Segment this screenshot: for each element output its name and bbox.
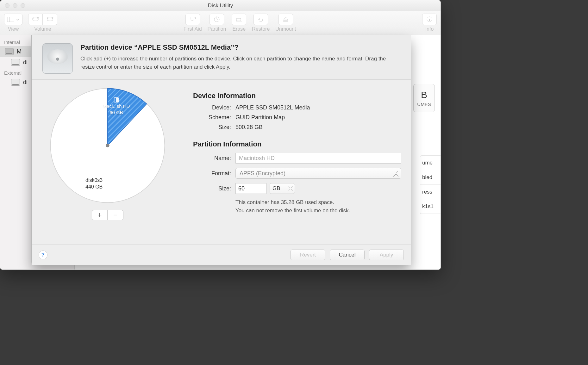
restore-icon bbox=[258, 16, 264, 22]
restore-button[interactable] bbox=[253, 14, 268, 25]
format-label: Format: bbox=[193, 170, 231, 177]
format-select[interactable]: APFS (Encrypted) bbox=[235, 168, 401, 179]
hard-drive-icon bbox=[42, 43, 73, 74]
partition-size-label: Size: bbox=[193, 185, 231, 192]
unmount-button[interactable] bbox=[278, 14, 293, 25]
svg-rect-8 bbox=[236, 18, 241, 21]
finder-icon bbox=[114, 97, 119, 102]
remove-partition-button[interactable]: − bbox=[108, 210, 123, 220]
toolbar-view-label: View bbox=[8, 26, 19, 32]
svg-point-13 bbox=[429, 18, 430, 18]
toolbar-volume-label: Volume bbox=[34, 26, 51, 32]
sheet-title: Partition device “APPLE SSD SM0512L Medi… bbox=[80, 43, 397, 52]
help-button[interactable]: ? bbox=[39, 251, 47, 259]
first-aid-label: First Aid bbox=[184, 26, 202, 32]
bg-row: k1s1 bbox=[420, 199, 441, 214]
size-label: Size: bbox=[193, 124, 231, 131]
device-label: Device: bbox=[193, 104, 231, 111]
svg-point-18 bbox=[106, 144, 109, 147]
size-value: 500.28 GB bbox=[235, 124, 263, 131]
size-unit-select[interactable]: GB bbox=[270, 183, 295, 194]
bg-row: ress bbox=[420, 185, 441, 199]
info-button[interactable] bbox=[422, 14, 437, 25]
bg-row: bled bbox=[420, 170, 441, 185]
sheet-footer: ? Revert Cancel Apply bbox=[32, 244, 411, 265]
name-label: Name: bbox=[193, 155, 231, 162]
volume-remove-icon: − bbox=[47, 16, 53, 22]
pie-rest-label: disk0s3 440 GB bbox=[85, 177, 103, 190]
svg-text:+: + bbox=[37, 16, 39, 19]
view-button[interactable] bbox=[4, 14, 22, 25]
toolbar-view-group: View bbox=[4, 14, 22, 32]
partition-name-input[interactable] bbox=[235, 153, 401, 164]
sidebar-item-label: di bbox=[23, 79, 28, 86]
info-icon bbox=[426, 16, 433, 22]
bg-tile-caption: UMES bbox=[417, 102, 431, 107]
partition-pie-chart[interactable]: Maci...sh HD 60 GB disk0s3 440 GB bbox=[47, 85, 168, 206]
first-aid-button[interactable] bbox=[185, 14, 200, 25]
device-value: APPLE SSD SM0512L Media bbox=[235, 104, 310, 111]
pie-slice-label: Maci...sh HD 60 GB bbox=[103, 97, 130, 115]
scheme-value: GUID Partition Map bbox=[235, 114, 285, 121]
apply-button[interactable]: Apply bbox=[369, 250, 404, 260]
bg-tile: B UMES bbox=[413, 84, 435, 112]
sidebar-item-label: di bbox=[23, 59, 28, 66]
used-space-note: This container has 35.28 GB used space. bbox=[235, 198, 401, 207]
stethoscope-icon bbox=[189, 16, 196, 22]
svg-rect-0 bbox=[7, 17, 14, 22]
svg-rect-11 bbox=[284, 21, 288, 22]
erase-label: Erase bbox=[232, 26, 246, 32]
bg-tile-letter: B bbox=[421, 90, 427, 100]
minus-icon: − bbox=[113, 211, 117, 219]
svg-point-6 bbox=[194, 17, 196, 19]
revert-button[interactable]: Revert bbox=[291, 250, 325, 260]
disk-icon bbox=[11, 59, 20, 66]
restore-label: Restore bbox=[252, 26, 270, 32]
window-title: Disk Utility bbox=[0, 3, 441, 9]
unmount-label: Unmount bbox=[275, 26, 296, 32]
titlebar: Disk Utility bbox=[0, 0, 441, 11]
sheet-header: Partition device “APPLE SSD SM0512L Medi… bbox=[32, 35, 411, 80]
help-icon: ? bbox=[41, 252, 45, 258]
volume-add-icon: + bbox=[32, 16, 39, 22]
svg-marker-10 bbox=[284, 17, 288, 20]
disk-icon bbox=[11, 79, 20, 86]
toolbar-volume-group: + − Volume bbox=[28, 14, 57, 32]
partition-info-heading: Partition Information bbox=[193, 140, 401, 148]
sheet-description: Click add (+) to increase the number of … bbox=[80, 55, 397, 71]
volume-add-button[interactable]: + bbox=[28, 14, 43, 25]
remove-restriction-note: You can not remove the first volume on t… bbox=[235, 207, 401, 215]
chevron-down-icon bbox=[16, 16, 19, 22]
sidebar-icon bbox=[7, 17, 14, 22]
scheme-label: Scheme: bbox=[193, 114, 231, 121]
eject-icon bbox=[283, 16, 289, 22]
disk-utility-window: Disk Utility View + − bbox=[0, 0, 441, 270]
svg-rect-20 bbox=[114, 98, 116, 102]
bg-row: ume bbox=[420, 156, 441, 170]
pie-icon bbox=[214, 16, 220, 22]
volume-remove-button[interactable]: − bbox=[43, 14, 57, 25]
info-label: Info bbox=[425, 26, 434, 32]
cancel-button[interactable]: Cancel bbox=[330, 250, 365, 260]
partition-size-input[interactable] bbox=[235, 183, 266, 194]
plus-icon: + bbox=[98, 211, 102, 219]
partition-button[interactable] bbox=[210, 14, 224, 25]
sidebar-item-label: M bbox=[17, 48, 22, 55]
device-info-heading: Device Information bbox=[193, 92, 401, 100]
partition-sheet: Partition device “APPLE SSD SM0512L Medi… bbox=[31, 35, 411, 265]
erase-icon bbox=[235, 17, 242, 22]
add-partition-button[interactable]: + bbox=[92, 210, 108, 220]
toolbar: View + − Volume First Aid Partition Eras… bbox=[0, 11, 441, 35]
svg-text:−: − bbox=[52, 16, 53, 19]
partition-label: Partition bbox=[208, 26, 226, 32]
erase-button[interactable] bbox=[232, 14, 246, 25]
disk-icon bbox=[5, 48, 14, 55]
